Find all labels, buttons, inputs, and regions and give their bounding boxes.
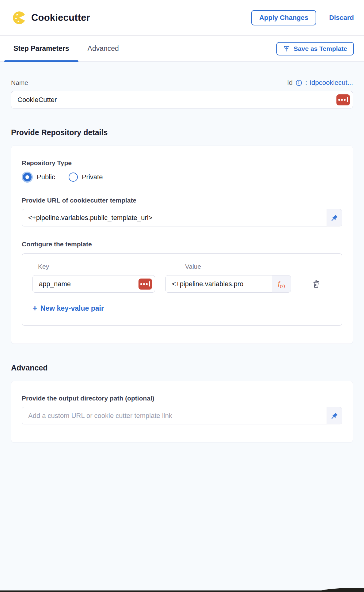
name-input[interactable] [11, 91, 353, 108]
advanced-heading: Advanced [11, 363, 353, 372]
kv-value-wrap: f(x) [165, 275, 291, 293]
radio-private-dot [69, 173, 78, 182]
header: Cookiecutter Apply Changes Discard [0, 0, 364, 36]
badge-dot [344, 99, 346, 101]
trash-icon [311, 279, 321, 289]
save-as-template-label: Save as Template [294, 45, 347, 52]
badge-cursor [347, 97, 348, 102]
bottom-edge [0, 590, 364, 592]
page-title: Cookiecutter [31, 12, 90, 23]
apply-changes-button[interactable]: Apply Changes [251, 10, 316, 25]
add-key-value-button[interactable]: + New key-value pair [32, 304, 104, 313]
output-directory-input[interactable] [22, 407, 327, 424]
key-value-row: f(x) [32, 275, 332, 293]
fixed-value-badge[interactable] [138, 279, 152, 290]
template-url-input[interactable] [22, 209, 327, 226]
tab-step-parameters[interactable]: Step Parameters [4, 36, 78, 61]
key-value-headers: Key Value [32, 263, 332, 270]
kv-value-input[interactable] [165, 275, 272, 293]
badge-dot [140, 283, 142, 285]
kv-key-input[interactable] [32, 275, 155, 293]
template-url-label: Provide URL of cookiecutter template [22, 197, 342, 204]
configure-template-label: Configure the template [22, 241, 342, 248]
tab-bar: Step Parameters Advanced Save as Templat… [0, 36, 364, 62]
name-label: Name [11, 79, 28, 86]
id-row: Id : idpcookiecut... [287, 79, 353, 87]
radio-public[interactable]: Public [22, 172, 55, 183]
step-parameters-content: Name Id : idpcookiecut... Pro [0, 79, 364, 442]
cookie-icon [12, 11, 26, 25]
fx-icon: f(x) [278, 279, 285, 289]
badge-dot [341, 99, 343, 101]
name-row: Name Id : idpcookiecut... [11, 79, 353, 87]
fixed-value-badge[interactable] [336, 94, 350, 105]
repository-type-radios: Public Private [22, 172, 342, 183]
output-directory-group [22, 407, 342, 424]
id-separator: : [305, 79, 307, 87]
pin-icon [331, 412, 339, 420]
badge-dot [143, 283, 145, 285]
value-column-header: Value [165, 263, 201, 270]
key-column-header: Key [32, 263, 165, 270]
radio-public-dot [22, 172, 33, 183]
add-key-value-label: New key-value pair [40, 304, 104, 313]
id-value-link[interactable]: idpcookiecut... [310, 79, 353, 87]
delete-row-button[interactable] [311, 279, 321, 289]
name-input-wrap [11, 91, 353, 108]
plus-icon: + [32, 304, 37, 313]
radio-private-label: Private [82, 173, 103, 181]
repository-type-label: Repository Type [22, 159, 342, 167]
kv-key-wrap [32, 275, 155, 293]
badge-dot [338, 99, 340, 101]
pin-value-button[interactable] [327, 407, 342, 424]
info-icon[interactable] [295, 79, 302, 86]
pin-value-button[interactable] [327, 209, 342, 226]
save-as-template-button[interactable]: Save as Template [276, 42, 354, 55]
upload-icon [283, 45, 290, 52]
template-url-group [22, 209, 342, 226]
radio-public-label: Public [37, 173, 55, 181]
repository-details-card: Repository Type Public Private Provide U… [11, 146, 353, 344]
advanced-card: Provide the output directory path (optio… [11, 381, 353, 442]
badge-dot [146, 283, 148, 285]
expression-button[interactable]: f(x) [272, 275, 291, 293]
pin-icon [331, 214, 339, 222]
radio-private[interactable]: Private [69, 173, 103, 182]
badge-cursor [149, 281, 150, 287]
step-config-panel: Cookiecutter Apply Changes Discard Step … [0, 0, 364, 592]
id-label: Id [287, 79, 293, 87]
repository-details-heading: Provide Repository details [11, 128, 353, 137]
tab-advanced[interactable]: Advanced [78, 36, 128, 61]
output-directory-label: Provide the output directory path (optio… [22, 395, 342, 402]
discard-button[interactable]: Discard [329, 14, 354, 22]
key-value-box: Key Value [22, 253, 342, 326]
